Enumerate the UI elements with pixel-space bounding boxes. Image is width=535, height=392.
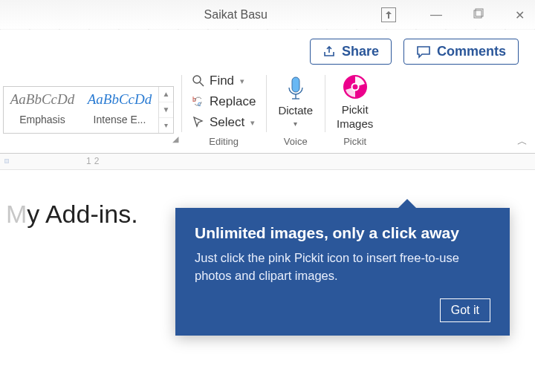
share-icon bbox=[322, 45, 336, 59]
share-label: Share bbox=[342, 44, 379, 59]
editing-group: Find ▾ bc Replace Select ▾ Editing bbox=[181, 72, 266, 147]
minimize-button[interactable]: — bbox=[426, 8, 447, 22]
replace-icon: bc bbox=[192, 95, 205, 108]
styles-expand[interactable]: ▾ bbox=[159, 118, 173, 133]
comments-button[interactable]: Comments bbox=[403, 39, 519, 65]
pickit-label-line2: Images bbox=[337, 117, 373, 130]
select-label: Select bbox=[210, 115, 244, 130]
pickit-images-button[interactable]: Pickit Images bbox=[332, 72, 377, 131]
replace-label: Replace bbox=[210, 94, 256, 109]
ruler-mark-12: 12 bbox=[86, 156, 102, 166]
dictate-button[interactable]: Dictate ▾ bbox=[273, 74, 317, 129]
styles-scroll-down[interactable]: ▼ bbox=[159, 102, 173, 118]
svg-point-2 bbox=[193, 76, 201, 83]
styles-scroll-up[interactable]: ▲ bbox=[159, 87, 173, 102]
replace-button[interactable]: bc Replace bbox=[189, 93, 259, 111]
comment-icon bbox=[416, 45, 431, 59]
style-sample: AaBbCcDd bbox=[7, 91, 78, 108]
callout-body: Just click the pink Pickit icon to inser… bbox=[195, 249, 490, 285]
find-button[interactable]: Find ▾ bbox=[189, 72, 259, 90]
doc-text-faded: M bbox=[6, 200, 27, 228]
svg-point-10 bbox=[351, 84, 358, 91]
pickit-label-line1: Pickit bbox=[342, 103, 369, 116]
style-emphasis[interactable]: AaBbCcDd Emphasis bbox=[4, 87, 81, 133]
chevron-down-icon: ▾ bbox=[294, 120, 297, 128]
chevron-down-icon: ▾ bbox=[250, 118, 255, 128]
microphone-icon bbox=[285, 76, 307, 101]
pickit-icon bbox=[342, 74, 369, 100]
maximize-button[interactable] bbox=[469, 8, 488, 22]
got-it-button[interactable]: Got it bbox=[440, 298, 490, 322]
user-name: Saikat Basu bbox=[204, 8, 268, 22]
style-intense-emphasis[interactable]: AaBbCcDd Intense E... bbox=[81, 87, 158, 133]
styles-scroll: ▲ ▼ ▾ bbox=[158, 87, 173, 133]
svg-line-3 bbox=[200, 82, 204, 86]
select-button[interactable]: Select ▾ bbox=[189, 114, 259, 131]
find-icon bbox=[192, 74, 205, 88]
ruler-indent-marker[interactable] bbox=[4, 159, 9, 163]
find-label: Find bbox=[210, 74, 234, 88]
svg-rect-6 bbox=[292, 77, 299, 92]
share-window-icon[interactable] bbox=[381, 7, 396, 22]
pickit-teaching-tip: Unlimited images, only a click away Just… bbox=[175, 208, 510, 336]
cursor-icon bbox=[192, 116, 205, 129]
share-button[interactable]: Share bbox=[310, 39, 392, 65]
callout-title: Unlimited images, only a click away bbox=[195, 224, 490, 242]
svg-text:b: b bbox=[192, 96, 196, 103]
window-controls: — ✕ bbox=[426, 8, 529, 22]
style-sample: AaBbCcDd bbox=[84, 91, 155, 108]
style-name: Emphasis bbox=[7, 114, 78, 125]
ribbon-collapse-button[interactable]: ︿ bbox=[517, 135, 528, 148]
ruler[interactable]: 12 bbox=[0, 154, 535, 170]
voice-group-label: Voice bbox=[284, 136, 308, 147]
pickit-group-label: Pickit bbox=[343, 136, 366, 147]
styles-group: AaBbCcDd Emphasis AaBbCcDd Intense E... … bbox=[3, 72, 181, 147]
voice-group: Dictate ▾ Voice bbox=[266, 72, 325, 147]
close-button[interactable]: ✕ bbox=[510, 8, 529, 22]
style-name: Intense E... bbox=[84, 114, 155, 125]
styles-launcher-icon[interactable]: ◢ bbox=[172, 134, 178, 144]
chevron-down-icon: ▾ bbox=[240, 76, 244, 86]
pickit-group: Pickit Images Pickit bbox=[325, 72, 385, 147]
editing-group-label: Editing bbox=[209, 136, 239, 147]
titlebar: Saikat Basu — ✕ bbox=[0, 0, 535, 30]
styles-gallery[interactable]: AaBbCcDd Emphasis AaBbCcDd Intense E... … bbox=[3, 86, 174, 134]
comments-label: Comments bbox=[437, 44, 506, 59]
ribbon: AaBbCcDd Emphasis AaBbCcDd Intense E... … bbox=[0, 72, 535, 154]
dictate-label: Dictate bbox=[278, 104, 313, 117]
actions-row: Share Comments bbox=[0, 30, 535, 72]
doc-text: y Add-ins. bbox=[27, 200, 137, 228]
